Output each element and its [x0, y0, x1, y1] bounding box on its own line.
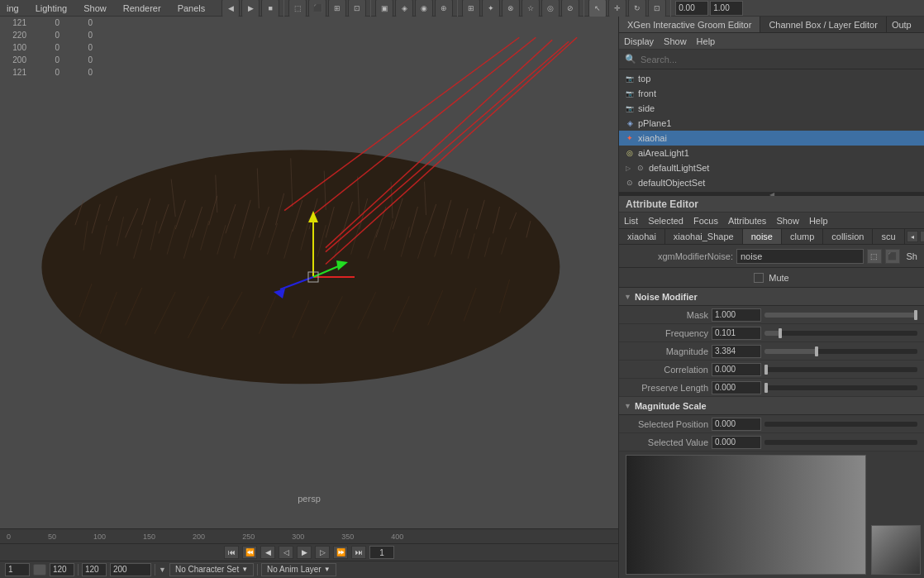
toolbar-btn-select[interactable]: ↖	[588, 0, 607, 17]
start-frame-input[interactable]	[5, 563, 30, 576]
ramp-gradient-bar[interactable]	[626, 455, 866, 575]
attr-tab-xiaohai-shape[interactable]: xiaohai_Shape	[665, 229, 743, 244]
menu-lighting[interactable]: Lighting	[32, 3, 71, 13]
attr-tab-shrink-btn[interactable]: ◂	[907, 231, 918, 242]
attr-slider-handle-magnitude[interactable]	[815, 346, 818, 356]
tab-output[interactable]: Outp	[887, 17, 917, 32]
toolbar-btn-4[interactable]: ⬚	[288, 0, 307, 17]
anim-layer-dropdown[interactable]: No Anim Layer ▼	[261, 563, 336, 576]
attr-value-magnitude[interactable]	[712, 345, 761, 358]
tree-item-top[interactable]: 📷 top	[619, 71, 924, 86]
toolbar-btn-10[interactable]: ◉	[415, 0, 433, 17]
tab-xgen-groom-editor[interactable]: XGen Interactive Groom Editor	[619, 17, 760, 32]
toolbar-value2[interactable]	[710, 1, 743, 16]
attr-slider-magnitude[interactable]	[764, 349, 917, 354]
node-name-input[interactable]	[736, 249, 864, 264]
menu-help[interactable]: Help	[697, 36, 716, 46]
prev-key-btn[interactable]: ⏪	[242, 546, 257, 559]
playback-start-input[interactable]	[82, 563, 107, 576]
attr-menu-list[interactable]: List	[624, 216, 638, 226]
attr-value-correlation[interactable]	[712, 363, 761, 376]
attr-tab-collision[interactable]: collision	[823, 229, 873, 244]
timeline-ruler[interactable]: 0 50 100 150 200 250 300 350 400	[0, 529, 618, 544]
attr-menu-show[interactable]: Show	[776, 216, 799, 226]
go-to-end-btn[interactable]: ⏭	[351, 546, 366, 559]
attr-slider-preserve-length[interactable]	[764, 385, 917, 390]
attr-slider-handle-mask[interactable]	[914, 310, 917, 320]
node-btn-2[interactable]: ⬛	[885, 249, 900, 264]
tab-channel-box[interactable]: Channel Box / Layer Editor	[760, 17, 886, 32]
end-frame-input[interactable]	[50, 563, 74, 576]
collapse-icon[interactable]: ▷	[624, 164, 632, 172]
attr-tab-clump[interactable]: clump	[782, 229, 823, 244]
section-collapse-icon[interactable]: ▼	[624, 293, 631, 301]
tree-item-xiaohai[interactable]: ✦ xiaohai	[619, 131, 924, 146]
toolbar-btn-scale[interactable]: ⊡	[648, 0, 666, 17]
frame-input[interactable]	[369, 546, 394, 559]
attr-menu-selected[interactable]: Selected	[648, 216, 683, 226]
toolbar-btn-6[interactable]: ⊞	[328, 0, 346, 17]
tree-item-defaultobjectset[interactable]: ⊙ defaultObjectSet	[619, 175, 924, 190]
toolbar-btn-5[interactable]: ⬛	[308, 0, 326, 17]
attr-slider-correlation[interactable]	[764, 367, 917, 372]
toolbar-btn-1[interactable]: ◀	[221, 0, 240, 17]
toolbar-btn-14[interactable]: ⊗	[502, 0, 520, 17]
play-back-btn[interactable]: ◁	[279, 546, 293, 559]
attr-tab-scu[interactable]: scu	[873, 229, 904, 244]
frame-slider-handle[interactable]	[33, 564, 46, 576]
attr-slider-frequency[interactable]	[764, 331, 917, 336]
viewport-canvas[interactable]: persp	[0, 17, 618, 528]
tree-item-defaultlightset[interactable]: ▷ ⊙ defaultLightSet	[619, 160, 924, 175]
tree-item-side[interactable]: 📷 side	[619, 101, 924, 116]
toolbar-btn-rotate[interactable]: ↻	[628, 0, 646, 17]
node-btn-1[interactable]: ⬚	[867, 249, 882, 264]
menu-show[interactable]: Show	[80, 3, 110, 13]
attr-value-selected-value[interactable]	[712, 436, 761, 449]
attr-value-selected-position[interactable]	[712, 418, 761, 431]
attr-slider-handle-correlation[interactable]	[764, 365, 768, 375]
tree-item-aiarealight[interactable]: ◎ aiAreaLight1	[619, 146, 924, 160]
attr-tab-grow-btn[interactable]: ▸	[920, 231, 924, 242]
attr-slider-mask[interactable]	[764, 313, 917, 318]
attr-value-mask[interactable]	[712, 308, 761, 322]
search-input[interactable]	[641, 55, 919, 64]
tree-item-front[interactable]: 📷 front	[619, 86, 924, 101]
playback-end-input[interactable]	[110, 563, 151, 576]
attr-menu-focus[interactable]: Focus	[693, 216, 718, 226]
ramp-area[interactable]	[619, 451, 924, 578]
menu-ing[interactable]: ing	[3, 3, 22, 13]
attr-slider-selected-value[interactable]	[764, 440, 917, 445]
character-set-dropdown[interactable]: No Character Set ▼	[169, 563, 254, 576]
toolbar-btn-11[interactable]: ⊕	[435, 0, 453, 17]
play-btn[interactable]: ▶	[297, 546, 312, 559]
toolbar-btn-9[interactable]: ◈	[395, 0, 413, 17]
attr-menu-attributes[interactable]: Attributes	[728, 216, 766, 226]
toolbar-btn-move[interactable]: ✛	[608, 0, 626, 17]
attr-slider-selected-position[interactable]	[764, 422, 917, 427]
magnitude-scale-collapse-icon[interactable]: ▼	[624, 402, 631, 410]
attr-value-preserve-length[interactable]	[712, 381, 761, 394]
attr-menu-help[interactable]: Help	[809, 216, 828, 226]
toolbar-btn-13[interactable]: ✦	[482, 0, 500, 17]
toolbar-btn-3[interactable]: ■	[261, 0, 279, 17]
attr-tab-noise[interactable]: noise	[743, 229, 782, 244]
tree-item-pplane1[interactable]: ◈ pPlane1	[619, 116, 924, 131]
char-set-arrow[interactable]: ▼	[159, 566, 166, 574]
toolbar-value1[interactable]	[675, 1, 708, 16]
menu-show[interactable]: Show	[664, 36, 687, 46]
menu-display[interactable]: Display	[624, 36, 654, 46]
menu-renderer[interactable]: Renderer	[120, 3, 164, 13]
attr-value-frequency[interactable]	[712, 327, 761, 340]
attr-slider-handle-frequency[interactable]	[779, 328, 782, 338]
prev-frame-btn[interactable]: ◀	[260, 546, 275, 559]
toolbar-btn-8[interactable]: ▣	[375, 0, 393, 17]
go-to-start-btn[interactable]: ⏮	[224, 546, 239, 559]
toolbar-btn-15[interactable]: ☆	[522, 0, 540, 17]
mute-checkbox[interactable]	[754, 273, 764, 283]
next-frame-btn[interactable]: ▷	[315, 546, 330, 559]
attr-tab-xiaohai[interactable]: xiaohai	[619, 229, 665, 244]
toolbar-btn-7[interactable]: ⊡	[348, 0, 366, 17]
attr-slider-handle-preserve-length[interactable]	[764, 383, 768, 393]
toolbar-btn-17[interactable]: ⊘	[561, 0, 579, 17]
toolbar-btn-16[interactable]: ◎	[541, 0, 560, 17]
